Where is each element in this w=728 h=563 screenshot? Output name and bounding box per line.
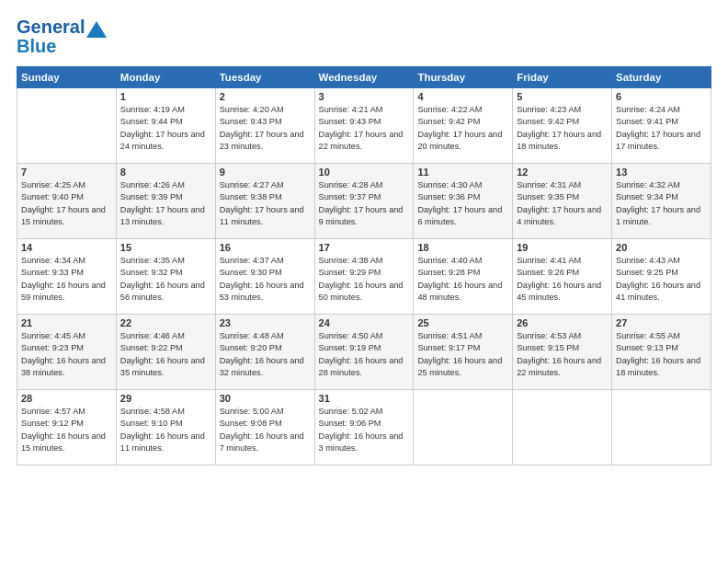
sunset-text: Sunset: 9:28 PM: [417, 267, 508, 279]
day-number: 26: [517, 317, 608, 328]
day-cell: 23Sunrise: 4:48 AMSunset: 9:20 PMDayligh…: [215, 315, 314, 390]
week-row-1: 7Sunrise: 4:25 AMSunset: 9:40 PMDaylight…: [17, 164, 711, 239]
day-number: 8: [120, 167, 211, 178]
day-number: 13: [616, 167, 707, 178]
day-info: Sunrise: 4:34 AMSunset: 9:33 PMDaylight:…: [21, 255, 112, 304]
day-cell: 19Sunrise: 4:41 AMSunset: 9:26 PMDayligh…: [513, 239, 612, 315]
sunset-text: Sunset: 9:44 PM: [120, 116, 211, 128]
day-info: Sunrise: 4:25 AMSunset: 9:40 PMDaylight:…: [21, 179, 112, 228]
day-cell: 7Sunrise: 4:25 AMSunset: 9:40 PMDaylight…: [17, 164, 117, 239]
sunset-text: Sunset: 9:43 PM: [319, 116, 410, 128]
header: General Blue: [17, 17, 711, 57]
sunrise-text: Sunrise: 4:37 AM: [220, 255, 311, 267]
daylight-text: Daylight: 16 hours and 32 minutes.: [220, 355, 311, 380]
day-info: Sunrise: 4:19 AMSunset: 9:44 PMDaylight:…: [120, 104, 211, 153]
daylight-text: Daylight: 16 hours and 11 minutes.: [120, 431, 211, 455]
weekday-header-friday: Friday: [513, 67, 612, 88]
day-cell: 12Sunrise: 4:31 AMSunset: 9:35 PMDayligh…: [513, 164, 612, 239]
day-cell: 24Sunrise: 4:50 AMSunset: 9:19 PMDayligh…: [314, 315, 414, 390]
day-cell: 5Sunrise: 4:23 AMSunset: 9:42 PMDaylight…: [513, 88, 612, 164]
day-cell: [17, 88, 117, 164]
day-number: 14: [21, 242, 112, 253]
sunrise-text: Sunrise: 4:58 AM: [120, 406, 211, 418]
day-cell: 17Sunrise: 4:38 AMSunset: 9:29 PMDayligh…: [314, 239, 414, 315]
day-info: Sunrise: 4:21 AMSunset: 9:43 PMDaylight:…: [319, 104, 410, 153]
day-info: Sunrise: 4:23 AMSunset: 9:42 PMDaylight:…: [517, 104, 608, 153]
sunrise-text: Sunrise: 4:32 AM: [616, 179, 707, 191]
sunset-text: Sunset: 9:15 PM: [517, 342, 608, 354]
sunset-text: Sunset: 9:38 PM: [220, 191, 311, 203]
weekday-header-row: SundayMondayTuesdayWednesdayThursdayFrid…: [17, 67, 711, 88]
svg-marker-0: [86, 21, 107, 38]
daylight-text: Daylight: 16 hours and 38 minutes.: [21, 355, 112, 380]
sunrise-text: Sunrise: 4:35 AM: [120, 255, 211, 267]
sunset-text: Sunset: 9:19 PM: [319, 342, 410, 354]
day-info: Sunrise: 4:51 AMSunset: 9:17 PMDaylight:…: [417, 330, 508, 379]
daylight-text: Daylight: 16 hours and 45 minutes.: [517, 280, 608, 304]
daylight-text: Daylight: 16 hours and 56 minutes.: [120, 280, 211, 304]
daylight-text: Daylight: 16 hours and 48 minutes.: [417, 280, 508, 304]
day-number: 11: [417, 167, 508, 178]
sunrise-text: Sunrise: 4:31 AM: [517, 179, 608, 191]
day-cell: 1Sunrise: 4:19 AMSunset: 9:44 PMDaylight…: [116, 88, 215, 164]
daylight-text: Daylight: 17 hours and 20 minutes.: [417, 129, 508, 154]
week-row-0: 1Sunrise: 4:19 AMSunset: 9:44 PMDaylight…: [17, 88, 711, 164]
day-cell: 4Sunrise: 4:22 AMSunset: 9:42 PMDaylight…: [414, 88, 513, 164]
day-number: 29: [120, 393, 211, 404]
daylight-text: Daylight: 17 hours and 23 minutes.: [220, 129, 311, 154]
day-number: 9: [220, 167, 311, 178]
weekday-header-thursday: Thursday: [414, 67, 513, 88]
day-number: 17: [319, 242, 410, 253]
daylight-text: Daylight: 17 hours and 9 minutes.: [319, 204, 410, 229]
sunset-text: Sunset: 9:43 PM: [220, 116, 311, 128]
day-cell: [513, 390, 612, 465]
sunrise-text: Sunrise: 4:41 AM: [517, 255, 608, 267]
day-number: 22: [120, 317, 211, 328]
day-cell: 16Sunrise: 4:37 AMSunset: 9:30 PMDayligh…: [215, 239, 314, 315]
day-number: 23: [220, 317, 311, 328]
sunset-text: Sunset: 9:10 PM: [120, 418, 211, 430]
day-number: 30: [220, 393, 311, 404]
day-number: 7: [21, 167, 112, 178]
day-info: Sunrise: 4:40 AMSunset: 9:28 PMDaylight:…: [417, 255, 508, 304]
sunset-text: Sunset: 9:26 PM: [517, 267, 608, 279]
sunrise-text: Sunrise: 5:00 AM: [220, 406, 311, 418]
day-info: Sunrise: 4:26 AMSunset: 9:39 PMDaylight:…: [120, 179, 211, 228]
day-number: 18: [417, 242, 508, 253]
day-info: Sunrise: 4:58 AMSunset: 9:10 PMDaylight:…: [120, 406, 211, 454]
week-row-3: 21Sunrise: 4:45 AMSunset: 9:23 PMDayligh…: [17, 315, 711, 390]
day-number: 6: [616, 91, 707, 102]
daylight-text: Daylight: 16 hours and 59 minutes.: [21, 280, 112, 304]
day-info: Sunrise: 4:27 AMSunset: 9:38 PMDaylight:…: [220, 179, 311, 228]
sunrise-text: Sunrise: 4:21 AM: [319, 104, 410, 116]
sunset-text: Sunset: 9:22 PM: [120, 342, 211, 354]
day-number: 10: [319, 167, 410, 178]
day-cell: 28Sunrise: 4:57 AMSunset: 9:12 PMDayligh…: [17, 390, 117, 465]
sunrise-text: Sunrise: 4:43 AM: [616, 255, 707, 267]
sunset-text: Sunset: 9:25 PM: [616, 267, 707, 279]
sunrise-text: Sunrise: 4:25 AM: [21, 179, 112, 191]
day-info: Sunrise: 4:37 AMSunset: 9:30 PMDaylight:…: [220, 255, 311, 304]
day-cell: 9Sunrise: 4:27 AMSunset: 9:38 PMDaylight…: [215, 164, 314, 239]
sunset-text: Sunset: 9:39 PM: [120, 191, 211, 203]
sunrise-text: Sunrise: 4:45 AM: [21, 330, 112, 342]
logo-arrow-icon: [86, 17, 107, 38]
sunset-text: Sunset: 9:30 PM: [220, 267, 311, 279]
sunset-text: Sunset: 9:35 PM: [517, 191, 608, 203]
sunrise-text: Sunrise: 4:24 AM: [616, 104, 707, 116]
day-cell: 2Sunrise: 4:20 AMSunset: 9:43 PMDaylight…: [215, 88, 314, 164]
day-number: 20: [616, 242, 707, 253]
sunset-text: Sunset: 9:34 PM: [616, 191, 707, 203]
day-info: Sunrise: 4:57 AMSunset: 9:12 PMDaylight:…: [21, 406, 112, 454]
day-info: Sunrise: 4:22 AMSunset: 9:42 PMDaylight:…: [417, 104, 508, 153]
day-cell: 29Sunrise: 4:58 AMSunset: 9:10 PMDayligh…: [116, 390, 215, 465]
sunrise-text: Sunrise: 4:55 AM: [616, 330, 707, 342]
sunrise-text: Sunrise: 4:30 AM: [417, 179, 508, 191]
sunrise-text: Sunrise: 4:22 AM: [417, 104, 508, 116]
daylight-text: Daylight: 16 hours and 3 minutes.: [319, 431, 410, 455]
day-info: Sunrise: 4:32 AMSunset: 9:34 PMDaylight:…: [616, 179, 707, 228]
day-info: Sunrise: 4:43 AMSunset: 9:25 PMDaylight:…: [616, 255, 707, 304]
day-number: 4: [417, 91, 508, 102]
day-info: Sunrise: 4:31 AMSunset: 9:35 PMDaylight:…: [517, 179, 608, 228]
day-number: 31: [319, 393, 410, 404]
